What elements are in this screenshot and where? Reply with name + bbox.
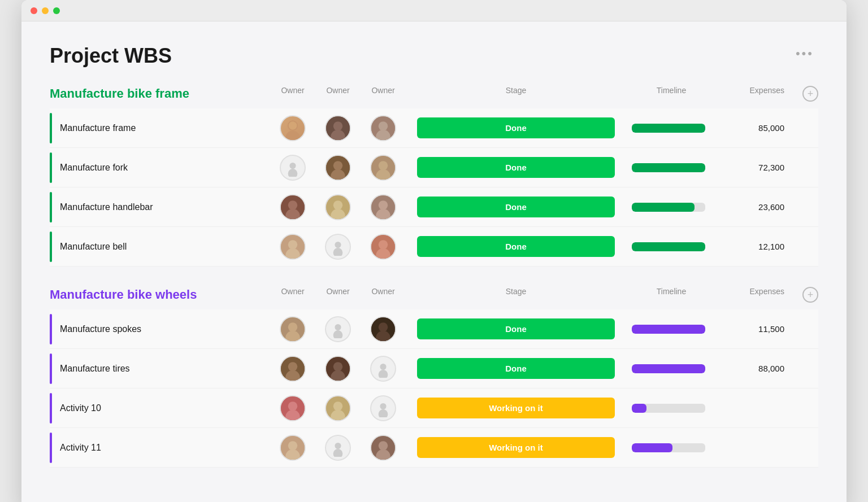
app-window: Project WBS ••• Manufacture bike frame O… <box>21 0 847 502</box>
timeline-cell <box>626 203 717 212</box>
svg-point-30 <box>335 241 341 247</box>
svg-point-52 <box>288 401 297 411</box>
stage-badge: Done <box>417 236 615 257</box>
timeline-bar <box>632 163 705 172</box>
stage-cell: Working on it <box>406 398 626 418</box>
row-label-cell: Manufacture frame <box>50 113 270 143</box>
avatar <box>325 155 351 181</box>
section-bike-frame: Manufacture bike frame Owner Owner Owner… <box>50 86 818 267</box>
timeline-cell <box>626 364 717 373</box>
section-header-bike-wheels: Manufacture bike wheels Owner Owner Owne… <box>50 287 818 303</box>
svg-point-28 <box>288 240 297 249</box>
timeline-bar <box>632 325 705 334</box>
timeline-cell <box>626 242 717 251</box>
timeline-fill <box>632 203 695 212</box>
avatar <box>370 435 396 461</box>
svg-point-16 <box>379 161 388 170</box>
row-indicator <box>50 314 52 344</box>
timeline-cell <box>626 124 717 133</box>
col-stage: Stage <box>406 86 626 102</box>
timeline-fill <box>632 124 705 133</box>
svg-point-44 <box>288 362 297 371</box>
timeline-fill <box>632 163 705 172</box>
close-button[interactable] <box>31 7 37 14</box>
row-label: Manufacture fork <box>60 163 128 173</box>
avatar <box>325 115 351 141</box>
row-label: Manufacture tires <box>60 364 130 374</box>
svg-point-25 <box>379 200 388 209</box>
timeline-fill <box>632 404 646 413</box>
avatar <box>280 194 306 220</box>
stage-badge: Done <box>417 157 615 178</box>
col-owner-3: Owner <box>361 86 406 102</box>
row-label-cell: Manufacture tires <box>50 353 270 384</box>
avatar <box>325 395 351 421</box>
svg-point-13 <box>333 161 342 170</box>
row-label-cell: Manufacture handlebar <box>50 192 270 222</box>
col-owner-2: Owner <box>315 287 361 303</box>
col-timeline: Timeline <box>626 86 717 102</box>
row-indicator <box>50 152 52 183</box>
timeline-fill <box>632 364 705 373</box>
col-stage: Stage <box>406 287 626 303</box>
stage-badge: Done <box>417 358 615 379</box>
svg-point-55 <box>333 401 342 411</box>
stage-badge: Working on it <box>417 398 615 418</box>
add-column-button-2[interactable]: + <box>802 287 818 303</box>
row-label-cell: Manufacture bell <box>50 232 270 262</box>
expenses-cell: 72,300 <box>717 163 796 172</box>
row-label-cell: Activity 10 <box>50 393 270 424</box>
stage-badge: Done <box>417 117 615 138</box>
svg-point-58 <box>379 409 388 417</box>
stage-cell: Done <box>406 318 626 339</box>
table-row: Manufacture bell <box>50 227 818 267</box>
timeline-fill <box>632 443 672 452</box>
table-row: Manufacture tires <box>50 349 818 388</box>
avatar <box>280 356 306 382</box>
col-owner-3: Owner <box>361 287 406 303</box>
stage-badge: Done <box>417 318 615 339</box>
row-indicator <box>50 113 52 143</box>
avatar <box>280 395 306 421</box>
svg-point-57 <box>380 403 386 409</box>
row-indicator <box>50 433 52 463</box>
stage-cell: Done <box>406 157 626 178</box>
stage-badge: Done <box>417 197 615 217</box>
avatar <box>280 435 306 461</box>
more-options-button[interactable]: ••• <box>791 44 818 63</box>
section-header-bike-frame: Manufacture bike frame Owner Owner Owner… <box>50 86 818 102</box>
table-row: Activity 11 <box>50 428 818 468</box>
svg-point-39 <box>333 330 343 338</box>
timeline-cell <box>626 163 717 172</box>
page-title: Project WBS <box>50 44 172 68</box>
add-column-button[interactable]: + <box>802 86 818 102</box>
avatar <box>325 194 351 220</box>
svg-point-60 <box>288 441 297 450</box>
row-label: Manufacture bell <box>60 242 127 252</box>
expenses-cell: 85,000 <box>717 123 796 133</box>
timeline-cell <box>626 443 717 452</box>
row-label: Manufacture spokes <box>60 324 141 334</box>
maximize-button[interactable] <box>53 7 60 14</box>
expenses-cell: 11,500 <box>717 324 796 334</box>
avatar <box>280 115 306 141</box>
row-label: Manufacture frame <box>60 123 136 133</box>
stage-cell: Done <box>406 117 626 138</box>
avatar <box>370 155 396 181</box>
svg-point-19 <box>288 200 297 209</box>
avatar <box>280 234 306 260</box>
bike-frame-table: Manufacture frame <box>50 108 818 267</box>
table-row: Manufacture handlebar <box>50 187 818 227</box>
svg-point-63 <box>333 449 343 457</box>
svg-point-65 <box>379 441 388 450</box>
section-title-bike-frame: Manufacture bike frame <box>50 86 189 101</box>
timeline-bar <box>632 242 705 251</box>
row-indicator <box>50 192 52 222</box>
svg-point-38 <box>335 324 341 330</box>
minimize-button[interactable] <box>42 7 49 14</box>
table-row: Manufacture frame <box>50 108 818 148</box>
col-owner-1: Owner <box>270 287 315 303</box>
avatar <box>370 316 396 342</box>
expenses-cell: 12,100 <box>717 242 796 251</box>
avatar <box>280 155 306 181</box>
